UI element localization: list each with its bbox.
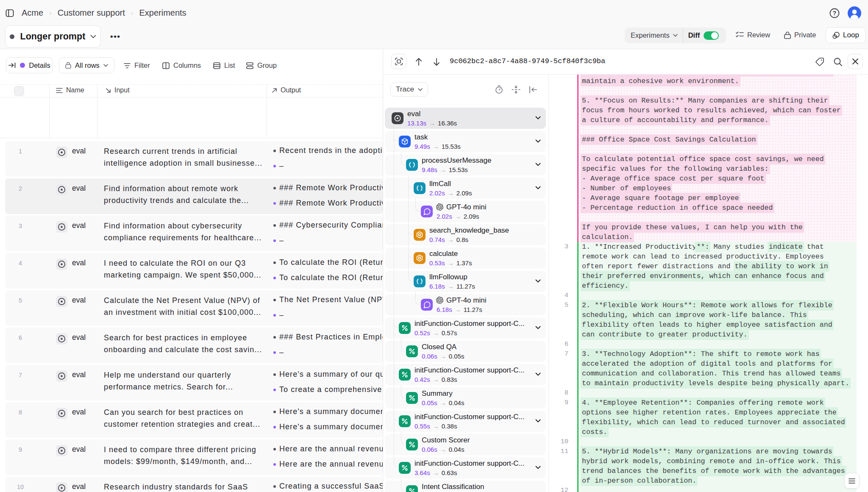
svg-text:?: ? xyxy=(833,10,837,17)
